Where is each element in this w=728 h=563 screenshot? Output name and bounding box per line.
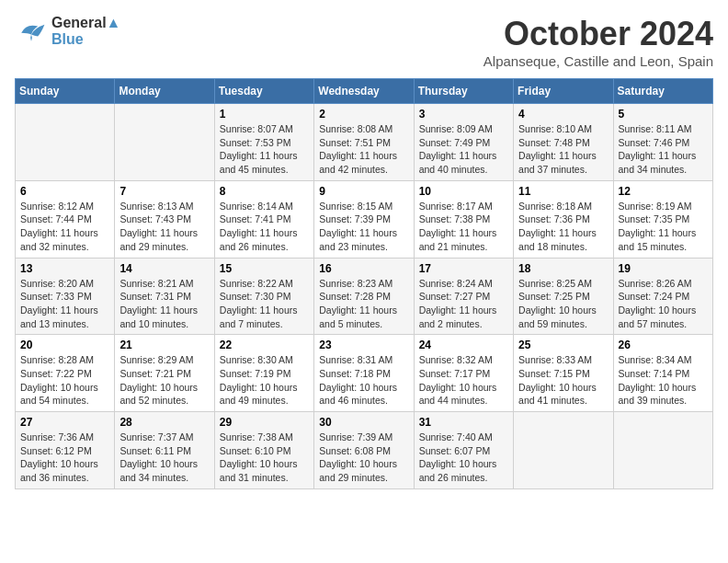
day-number: 21 bbox=[119, 339, 209, 351]
week-row-1: 1Sunrise: 8:07 AMSunset: 7:53 PMDaylight… bbox=[16, 104, 713, 181]
day-info: Sunrise: 8:13 AMSunset: 7:43 PMDaylight:… bbox=[119, 200, 209, 254]
logo-text: General▲ Blue bbox=[51, 15, 120, 48]
header-day-wednesday: Wednesday bbox=[314, 79, 414, 104]
day-cell: 3Sunrise: 8:09 AMSunset: 7:49 PMDaylight… bbox=[414, 104, 513, 181]
day-info: Sunrise: 8:22 AMSunset: 7:30 PMDaylight:… bbox=[220, 277, 309, 331]
day-cell bbox=[115, 104, 214, 181]
day-cell: 26Sunrise: 8:34 AMSunset: 7:14 PMDayligh… bbox=[613, 335, 712, 412]
day-cell: 11Sunrise: 8:18 AMSunset: 7:36 PMDayligh… bbox=[514, 180, 613, 258]
day-number: 13 bbox=[20, 262, 109, 275]
day-info: Sunrise: 8:23 AMSunset: 7:28 PMDaylight:… bbox=[319, 277, 408, 331]
day-cell: 14Sunrise: 8:21 AMSunset: 7:31 PMDayligh… bbox=[115, 258, 214, 335]
day-info: Sunrise: 8:31 AMSunset: 7:18 PMDaylight:… bbox=[319, 353, 408, 408]
day-number: 2 bbox=[319, 108, 408, 121]
day-number: 18 bbox=[518, 262, 608, 275]
week-row-3: 13Sunrise: 8:20 AMSunset: 7:33 PMDayligh… bbox=[16, 258, 713, 335]
calendar-header: SundayMondayTuesdayWednesdayThursdayFrid… bbox=[16, 79, 713, 104]
day-info: Sunrise: 8:11 AMSunset: 7:46 PMDaylight:… bbox=[619, 122, 708, 177]
day-number: 11 bbox=[518, 185, 608, 198]
location: Alpanseque, Castille and Leon, Spain bbox=[483, 53, 713, 69]
day-number: 5 bbox=[619, 108, 708, 121]
day-info: Sunrise: 8:08 AMSunset: 7:51 PMDaylight:… bbox=[319, 122, 408, 177]
day-cell: 10Sunrise: 8:17 AMSunset: 7:38 PMDayligh… bbox=[414, 180, 513, 258]
day-info: Sunrise: 8:30 AMSunset: 7:19 PMDaylight:… bbox=[220, 353, 309, 408]
day-cell: 4Sunrise: 8:10 AMSunset: 7:48 PMDaylight… bbox=[514, 104, 613, 181]
day-cell: 23Sunrise: 8:31 AMSunset: 7:18 PMDayligh… bbox=[314, 335, 414, 412]
day-cell: 21Sunrise: 8:29 AMSunset: 7:21 PMDayligh… bbox=[115, 335, 214, 412]
day-number: 27 bbox=[20, 416, 109, 429]
day-info: Sunrise: 8:18 AMSunset: 7:36 PMDaylight:… bbox=[518, 200, 608, 254]
day-number: 25 bbox=[518, 339, 608, 351]
day-number: 17 bbox=[419, 262, 508, 275]
header-day-friday: Friday bbox=[514, 79, 613, 104]
day-info: Sunrise: 8:14 AMSunset: 7:41 PMDaylight:… bbox=[220, 200, 309, 254]
logo: General▲ Blue bbox=[15, 15, 120, 48]
day-cell: 12Sunrise: 8:19 AMSunset: 7:35 PMDayligh… bbox=[613, 180, 712, 258]
day-cell: 17Sunrise: 8:24 AMSunset: 7:27 PMDayligh… bbox=[414, 258, 513, 335]
day-number: 20 bbox=[20, 339, 109, 351]
day-number: 6 bbox=[20, 185, 109, 198]
week-row-2: 6Sunrise: 8:12 AMSunset: 7:44 PMDaylight… bbox=[16, 180, 713, 258]
day-info: Sunrise: 8:19 AMSunset: 7:35 PMDaylight:… bbox=[619, 200, 708, 254]
day-cell bbox=[16, 104, 115, 181]
day-info: Sunrise: 8:32 AMSunset: 7:17 PMDaylight:… bbox=[419, 353, 508, 408]
day-cell: 6Sunrise: 8:12 AMSunset: 7:44 PMDaylight… bbox=[16, 180, 115, 258]
day-info: Sunrise: 8:09 AMSunset: 7:49 PMDaylight:… bbox=[419, 122, 508, 177]
day-info: Sunrise: 8:21 AMSunset: 7:31 PMDaylight:… bbox=[119, 277, 209, 331]
day-info: Sunrise: 8:20 AMSunset: 7:33 PMDaylight:… bbox=[20, 277, 109, 331]
day-cell bbox=[613, 412, 712, 489]
day-number: 14 bbox=[119, 262, 209, 275]
page-header: General▲ Blue October 2024 Alpanseque, C… bbox=[15, 15, 713, 69]
day-cell: 25Sunrise: 8:33 AMSunset: 7:15 PMDayligh… bbox=[514, 335, 613, 412]
day-number: 26 bbox=[619, 339, 708, 351]
day-number: 29 bbox=[220, 416, 309, 429]
header-day-tuesday: Tuesday bbox=[214, 79, 313, 104]
day-cell: 20Sunrise: 8:28 AMSunset: 7:22 PMDayligh… bbox=[16, 335, 115, 412]
day-number: 16 bbox=[319, 262, 408, 275]
day-cell: 31Sunrise: 7:40 AMSunset: 6:07 PMDayligh… bbox=[414, 412, 513, 489]
day-info: Sunrise: 8:24 AMSunset: 7:27 PMDaylight:… bbox=[419, 277, 508, 331]
calendar-body: 1Sunrise: 8:07 AMSunset: 7:53 PMDaylight… bbox=[16, 104, 713, 489]
day-info: Sunrise: 8:26 AMSunset: 7:24 PMDaylight:… bbox=[619, 277, 708, 331]
day-info: Sunrise: 8:33 AMSunset: 7:15 PMDaylight:… bbox=[518, 353, 608, 408]
day-number: 24 bbox=[419, 339, 508, 351]
day-info: Sunrise: 7:38 AMSunset: 6:10 PMDaylight:… bbox=[220, 431, 309, 485]
header-day-sunday: Sunday bbox=[16, 79, 115, 104]
logo-icon bbox=[15, 15, 48, 48]
day-cell: 18Sunrise: 8:25 AMSunset: 7:25 PMDayligh… bbox=[514, 258, 613, 335]
day-cell: 19Sunrise: 8:26 AMSunset: 7:24 PMDayligh… bbox=[613, 258, 712, 335]
day-number: 23 bbox=[319, 339, 408, 351]
month-title: October 2024 bbox=[483, 15, 713, 53]
day-cell: 16Sunrise: 8:23 AMSunset: 7:28 PMDayligh… bbox=[314, 258, 414, 335]
day-info: Sunrise: 8:28 AMSunset: 7:22 PMDaylight:… bbox=[20, 353, 109, 408]
title-area: October 2024 Alpanseque, Castille and Le… bbox=[483, 15, 713, 69]
day-info: Sunrise: 8:34 AMSunset: 7:14 PMDaylight:… bbox=[619, 353, 708, 408]
day-info: Sunrise: 8:29 AMSunset: 7:21 PMDaylight:… bbox=[119, 353, 209, 408]
day-cell: 15Sunrise: 8:22 AMSunset: 7:30 PMDayligh… bbox=[214, 258, 313, 335]
header-row: SundayMondayTuesdayWednesdayThursdayFrid… bbox=[16, 79, 713, 104]
day-info: Sunrise: 7:36 AMSunset: 6:12 PMDaylight:… bbox=[20, 431, 109, 485]
day-number: 22 bbox=[220, 339, 309, 351]
day-info: Sunrise: 8:15 AMSunset: 7:39 PMDaylight:… bbox=[319, 200, 408, 254]
day-info: Sunrise: 8:25 AMSunset: 7:25 PMDaylight:… bbox=[518, 277, 608, 331]
day-number: 15 bbox=[220, 262, 309, 275]
header-day-monday: Monday bbox=[115, 79, 214, 104]
day-info: Sunrise: 7:37 AMSunset: 6:11 PMDaylight:… bbox=[119, 431, 209, 485]
day-cell: 28Sunrise: 7:37 AMSunset: 6:11 PMDayligh… bbox=[115, 412, 214, 489]
day-number: 7 bbox=[119, 185, 209, 198]
day-info: Sunrise: 8:12 AMSunset: 7:44 PMDaylight:… bbox=[20, 200, 109, 254]
day-number: 10 bbox=[419, 185, 508, 198]
day-info: Sunrise: 8:17 AMSunset: 7:38 PMDaylight:… bbox=[419, 200, 508, 254]
day-info: Sunrise: 8:10 AMSunset: 7:48 PMDaylight:… bbox=[518, 122, 608, 177]
day-cell: 24Sunrise: 8:32 AMSunset: 7:17 PMDayligh… bbox=[414, 335, 513, 412]
day-cell: 27Sunrise: 7:36 AMSunset: 6:12 PMDayligh… bbox=[16, 412, 115, 489]
day-number: 3 bbox=[419, 108, 508, 121]
day-number: 1 bbox=[220, 108, 309, 121]
day-cell: 29Sunrise: 7:38 AMSunset: 6:10 PMDayligh… bbox=[214, 412, 313, 489]
calendar-table: SundayMondayTuesdayWednesdayThursdayFrid… bbox=[15, 78, 713, 489]
day-cell: 30Sunrise: 7:39 AMSunset: 6:08 PMDayligh… bbox=[314, 412, 414, 489]
day-cell bbox=[514, 412, 613, 489]
day-info: Sunrise: 7:39 AMSunset: 6:08 PMDaylight:… bbox=[319, 431, 408, 485]
day-cell: 13Sunrise: 8:20 AMSunset: 7:33 PMDayligh… bbox=[16, 258, 115, 335]
week-row-5: 27Sunrise: 7:36 AMSunset: 6:12 PMDayligh… bbox=[16, 412, 713, 489]
